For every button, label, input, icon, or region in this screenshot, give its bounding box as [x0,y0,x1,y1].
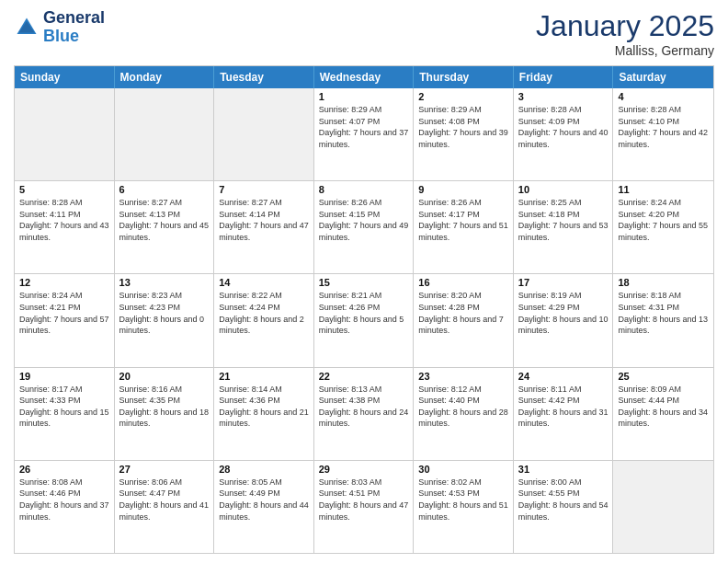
day-info: Sunrise: 8:05 AM Sunset: 4:49 PM Dayligh… [219,477,309,523]
day-info: Sunrise: 8:25 AM Sunset: 4:18 PM Dayligh… [518,197,609,243]
day-number: 30 [418,464,508,475]
day-info: Sunrise: 8:17 AM Sunset: 4:33 PM Dayligh… [19,384,109,430]
header: General Blue January 2025 Malliss, Germa… [14,9,714,58]
day-number: 22 [319,371,409,382]
day-number: 14 [219,277,309,288]
table-row: 14Sunrise: 8:22 AM Sunset: 4:24 PM Dayli… [214,274,314,366]
day-info: Sunrise: 8:18 AM Sunset: 4:31 PM Dayligh… [618,290,709,336]
day-number: 20 [119,371,210,382]
day-number: 12 [19,277,109,288]
header-day-wednesday: Wednesday [314,66,415,88]
table-row: 4Sunrise: 8:28 AM Sunset: 4:10 PM Daylig… [613,88,713,180]
day-number: 25 [618,371,709,382]
table-row [15,88,115,180]
table-row: 30Sunrise: 8:02 AM Sunset: 4:53 PM Dayli… [414,461,514,553]
day-number: 15 [319,277,409,288]
day-number: 3 [518,91,609,102]
location: Malliss, Germany [536,43,714,58]
calendar: SundayMondayTuesdayWednesdayThursdayFrid… [14,65,714,554]
day-info: Sunrise: 8:03 AM Sunset: 4:51 PM Dayligh… [319,477,409,523]
day-info: Sunrise: 8:12 AM Sunset: 4:40 PM Dayligh… [418,384,508,430]
table-row: 18Sunrise: 8:18 AM Sunset: 4:31 PM Dayli… [613,274,713,366]
day-number: 18 [618,277,709,288]
day-number: 29 [319,464,409,475]
header-day-monday: Monday [115,66,215,88]
table-row [613,461,713,553]
table-row [115,88,215,180]
day-number: 23 [418,371,508,382]
day-info: Sunrise: 8:29 AM Sunset: 4:08 PM Dayligh… [418,104,508,150]
day-number: 19 [19,371,109,382]
header-day-thursday: Thursday [414,66,514,88]
title-area: January 2025 Malliss, Germany [536,9,714,58]
table-row: 17Sunrise: 8:19 AM Sunset: 4:29 PM Dayli… [514,274,614,366]
table-row: 1Sunrise: 8:29 AM Sunset: 4:07 PM Daylig… [314,88,415,180]
day-number: 24 [518,371,609,382]
header-day-saturday: Saturday [613,66,713,88]
header-day-sunday: Sunday [15,66,115,88]
day-number: 27 [119,464,210,475]
calendar-row-2: 5Sunrise: 8:28 AM Sunset: 4:11 PM Daylig… [15,181,713,274]
table-row: 12Sunrise: 8:24 AM Sunset: 4:21 PM Dayli… [15,274,115,366]
day-number: 7 [219,184,309,195]
table-row: 10Sunrise: 8:25 AM Sunset: 4:18 PM Dayli… [514,181,614,273]
table-row: 27Sunrise: 8:06 AM Sunset: 4:47 PM Dayli… [115,461,215,553]
table-row: 3Sunrise: 8:28 AM Sunset: 4:09 PM Daylig… [514,88,614,180]
table-row: 21Sunrise: 8:14 AM Sunset: 4:36 PM Dayli… [214,368,314,460]
day-info: Sunrise: 8:14 AM Sunset: 4:36 PM Dayligh… [219,384,309,430]
day-info: Sunrise: 8:27 AM Sunset: 4:13 PM Dayligh… [119,197,210,243]
day-info: Sunrise: 8:26 AM Sunset: 4:17 PM Dayligh… [418,197,508,243]
table-row: 23Sunrise: 8:12 AM Sunset: 4:40 PM Dayli… [414,368,514,460]
day-info: Sunrise: 8:13 AM Sunset: 4:38 PM Dayligh… [319,384,409,430]
day-number: 6 [119,184,210,195]
month-title: January 2025 [536,9,714,43]
table-row [214,88,314,180]
day-info: Sunrise: 8:09 AM Sunset: 4:44 PM Dayligh… [618,384,709,430]
table-row: 8Sunrise: 8:26 AM Sunset: 4:15 PM Daylig… [314,181,415,273]
day-info: Sunrise: 8:08 AM Sunset: 4:46 PM Dayligh… [19,477,109,523]
day-number: 5 [19,184,109,195]
day-number: 16 [418,277,508,288]
header-day-tuesday: Tuesday [214,66,314,88]
day-number: 21 [219,371,309,382]
day-info: Sunrise: 8:27 AM Sunset: 4:14 PM Dayligh… [219,197,309,243]
table-row: 13Sunrise: 8:23 AM Sunset: 4:23 PM Dayli… [115,274,215,366]
day-number: 10 [518,184,609,195]
day-number: 4 [618,91,709,102]
day-info: Sunrise: 8:19 AM Sunset: 4:29 PM Dayligh… [518,290,609,336]
day-number: 28 [219,464,309,475]
table-row: 20Sunrise: 8:16 AM Sunset: 4:35 PM Dayli… [115,368,215,460]
table-row: 2Sunrise: 8:29 AM Sunset: 4:08 PM Daylig… [414,88,514,180]
day-info: Sunrise: 8:29 AM Sunset: 4:07 PM Dayligh… [319,104,409,150]
day-number: 13 [119,277,210,288]
day-info: Sunrise: 8:24 AM Sunset: 4:21 PM Dayligh… [19,290,109,336]
day-info: Sunrise: 8:06 AM Sunset: 4:47 PM Dayligh… [119,477,210,523]
day-number: 1 [319,91,409,102]
calendar-row-1: 1Sunrise: 8:29 AM Sunset: 4:07 PM Daylig… [15,88,713,181]
day-number: 31 [518,464,609,475]
page: General Blue January 2025 Malliss, Germa… [0,0,728,563]
day-info: Sunrise: 8:21 AM Sunset: 4:26 PM Dayligh… [319,290,409,336]
day-info: Sunrise: 8:23 AM Sunset: 4:23 PM Dayligh… [119,290,210,336]
day-info: Sunrise: 8:00 AM Sunset: 4:55 PM Dayligh… [518,477,609,523]
logo-icon [14,15,40,40]
logo: General Blue [14,9,105,46]
calendar-row-5: 26Sunrise: 8:08 AM Sunset: 4:46 PM Dayli… [15,461,713,553]
table-row: 22Sunrise: 8:13 AM Sunset: 4:38 PM Dayli… [314,368,415,460]
header-day-friday: Friday [514,66,614,88]
table-row: 9Sunrise: 8:26 AM Sunset: 4:17 PM Daylig… [414,181,514,273]
table-row: 29Sunrise: 8:03 AM Sunset: 4:51 PM Dayli… [314,461,415,553]
day-number: 17 [518,277,609,288]
day-info: Sunrise: 8:16 AM Sunset: 4:35 PM Dayligh… [119,384,210,430]
day-number: 9 [418,184,508,195]
day-number: 8 [319,184,409,195]
calendar-body: 1Sunrise: 8:29 AM Sunset: 4:07 PM Daylig… [15,88,713,553]
table-row: 31Sunrise: 8:00 AM Sunset: 4:55 PM Dayli… [514,461,614,553]
day-info: Sunrise: 8:28 AM Sunset: 4:11 PM Dayligh… [19,197,109,243]
table-row: 28Sunrise: 8:05 AM Sunset: 4:49 PM Dayli… [214,461,314,553]
day-info: Sunrise: 8:02 AM Sunset: 4:53 PM Dayligh… [418,477,508,523]
day-info: Sunrise: 8:28 AM Sunset: 4:09 PM Dayligh… [518,104,609,150]
day-number: 11 [618,184,709,195]
day-info: Sunrise: 8:22 AM Sunset: 4:24 PM Dayligh… [219,290,309,336]
table-row: 19Sunrise: 8:17 AM Sunset: 4:33 PM Dayli… [15,368,115,460]
